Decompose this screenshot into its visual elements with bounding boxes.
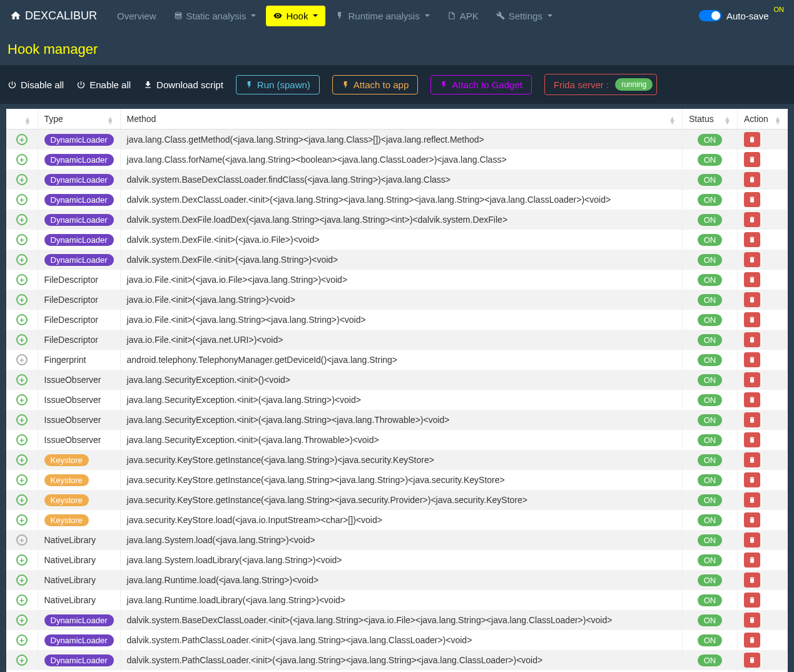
status-badge[interactable]: ON <box>698 174 723 186</box>
delete-button[interactable] <box>744 352 760 367</box>
expand-button[interactable]: + <box>16 154 28 165</box>
nav-hook[interactable]: Hook <box>266 6 325 26</box>
status-badge[interactable]: ON <box>698 434 723 446</box>
status-badge[interactable]: ON <box>698 494 723 506</box>
expand-button[interactable]: + <box>16 254 28 265</box>
delete-button[interactable] <box>744 312 760 327</box>
delete-button[interactable] <box>744 412 760 427</box>
col-expand[interactable]: ▲▼ <box>6 109 38 130</box>
expand-button[interactable]: + <box>16 494 28 506</box>
delete-button[interactable] <box>744 152 760 167</box>
expand-button[interactable]: + <box>16 614 28 626</box>
expand-button[interactable]: + <box>16 314 28 325</box>
delete-button[interactable] <box>744 633 760 648</box>
expand-button[interactable]: + <box>16 374 28 385</box>
nav-apk[interactable]: APK <box>440 6 486 26</box>
nav-settings[interactable]: Settings <box>489 6 560 26</box>
delete-button[interactable] <box>744 573 760 588</box>
status-badge[interactable]: ON <box>698 234 723 246</box>
status-badge[interactable]: ON <box>698 214 723 226</box>
delete-button[interactable] <box>744 532 760 547</box>
expand-button[interactable]: + <box>16 534 28 546</box>
nav-overview[interactable]: Overview <box>109 6 164 26</box>
status-badge[interactable]: ON <box>698 254 723 266</box>
brand[interactable]: DEXCALIBUR <box>10 9 97 23</box>
autosave-toggle[interactable] <box>699 10 721 21</box>
attach-gadget-button[interactable]: Attach to Gadget <box>430 75 532 94</box>
delete-button[interactable] <box>744 192 760 207</box>
status-badge[interactable]: ON <box>698 194 723 206</box>
delete-button[interactable] <box>744 593 760 608</box>
status-badge[interactable]: ON <box>698 554 723 566</box>
expand-button[interactable]: + <box>16 394 28 405</box>
expand-button[interactable]: + <box>16 174 28 185</box>
expand-button[interactable]: + <box>16 354 28 365</box>
delete-button[interactable] <box>744 392 760 407</box>
delete-button[interactable] <box>744 272 760 287</box>
status-badge[interactable]: ON <box>698 514 723 526</box>
delete-button[interactable] <box>744 492 760 507</box>
status-badge[interactable]: ON <box>698 334 723 346</box>
delete-button[interactable] <box>744 512 760 527</box>
expand-button[interactable]: + <box>16 414 28 425</box>
status-badge[interactable]: ON <box>698 394 723 406</box>
delete-button[interactable] <box>744 132 760 147</box>
status-badge[interactable]: ON <box>698 614 723 626</box>
status-badge[interactable]: ON <box>698 634 723 646</box>
status-badge[interactable]: ON <box>698 154 723 166</box>
delete-button[interactable] <box>744 372 760 387</box>
delete-button[interactable] <box>744 252 760 267</box>
nav-static[interactable]: Static analysis <box>166 6 264 26</box>
status-badge[interactable]: ON <box>698 374 723 386</box>
delete-button[interactable] <box>744 432 760 447</box>
expand-button[interactable]: + <box>16 634 28 646</box>
attach-app-button[interactable]: Attach to app <box>332 75 418 94</box>
expand-button[interactable]: + <box>16 134 28 145</box>
expand-button[interactable]: + <box>16 214 28 225</box>
disable-all-button[interactable]: Disable all <box>8 79 64 90</box>
status-badge[interactable]: ON <box>698 594 723 606</box>
status-badge[interactable]: ON <box>698 534 723 546</box>
expand-button[interactable]: + <box>16 434 28 445</box>
delete-button[interactable] <box>744 212 760 227</box>
col-action[interactable]: Action▲▼ <box>738 109 788 130</box>
delete-button[interactable] <box>744 653 760 668</box>
status-badge[interactable]: ON <box>698 134 723 146</box>
status-badge[interactable]: ON <box>698 354 723 366</box>
download-script-button[interactable]: Download script <box>143 79 223 90</box>
col-type[interactable]: Type▲▼ <box>38 109 120 130</box>
expand-button[interactable]: + <box>16 654 28 666</box>
status-badge[interactable]: ON <box>698 414 723 426</box>
enable-all-button[interactable]: Enable all <box>76 79 131 90</box>
status-badge[interactable]: ON <box>698 574 723 586</box>
delete-button[interactable] <box>744 332 760 347</box>
expand-button[interactable]: + <box>16 554 28 566</box>
delete-button[interactable] <box>744 172 760 187</box>
status-badge[interactable]: ON <box>698 454 723 466</box>
delete-button[interactable] <box>744 232 760 247</box>
expand-button[interactable]: + <box>16 234 28 245</box>
col-status[interactable]: Status▲▼ <box>683 109 738 130</box>
col-method[interactable]: Method▲▼ <box>120 109 682 130</box>
expand-button[interactable]: + <box>16 594 28 606</box>
expand-button[interactable]: + <box>16 574 28 586</box>
expand-button[interactable]: + <box>16 514 28 526</box>
run-spawn-button[interactable]: Run (spawn) <box>236 75 320 94</box>
expand-button[interactable]: + <box>16 194 28 205</box>
nav-runtime[interactable]: Runtime analysis <box>328 6 437 26</box>
expand-button[interactable]: + <box>16 334 28 345</box>
status-badge[interactable]: ON <box>698 474 723 486</box>
expand-button[interactable]: + <box>16 474 28 486</box>
delete-button[interactable] <box>744 452 760 467</box>
expand-button[interactable]: + <box>16 294 28 305</box>
expand-button[interactable]: + <box>16 274 28 285</box>
expand-button[interactable]: + <box>16 454 28 466</box>
status-badge[interactable]: ON <box>698 314 723 326</box>
delete-button[interactable] <box>744 292 760 307</box>
status-badge[interactable]: ON <box>698 294 723 306</box>
frida-status[interactable]: Frida server : running <box>544 74 657 95</box>
delete-button[interactable] <box>744 613 760 628</box>
status-badge[interactable]: ON <box>698 654 723 666</box>
delete-button[interactable] <box>744 552 760 568</box>
delete-button[interactable] <box>744 472 760 487</box>
